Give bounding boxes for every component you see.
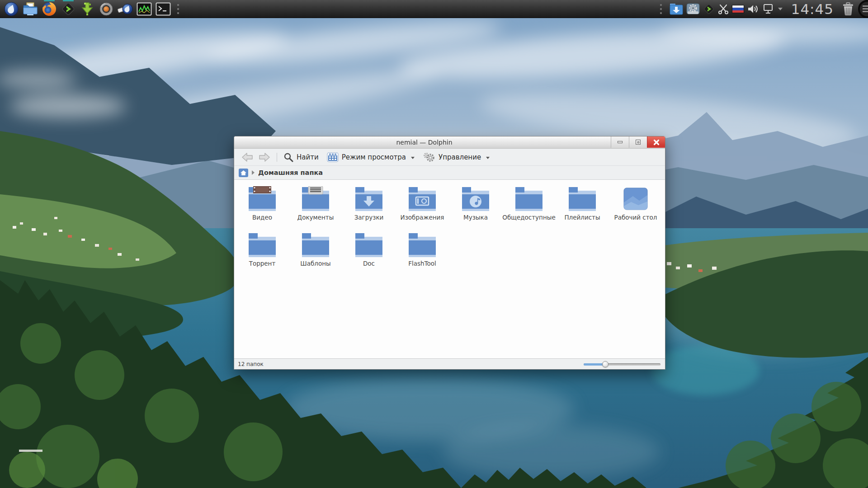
- folder-item[interactable]: Изображения: [396, 186, 449, 232]
- top-panel: 14:45: [0, 0, 868, 18]
- toolbar: Найти Режим просмотра Управление: [234, 149, 665, 166]
- folder-label: Изображения: [401, 214, 444, 221]
- control-dropdown-arrow: [486, 157, 490, 159]
- folder-view[interactable]: Видео: [234, 180, 665, 358]
- folder-item[interactable]: Рабочий стол: [609, 186, 662, 232]
- folder-item[interactable]: Торрент: [236, 232, 289, 278]
- folder-label: Doc: [363, 260, 375, 267]
- panel-menu-circle[interactable]: [858, 0, 868, 18]
- folder-icon: [408, 232, 437, 259]
- minimize-button[interactable]: [611, 136, 629, 148]
- volume-icon[interactable]: [747, 4, 759, 14]
- trash-icon[interactable]: [841, 2, 855, 16]
- folder-label: Плейлисты: [564, 214, 600, 221]
- window-controls: [611, 136, 665, 148]
- system-tray: 14:45: [656, 0, 868, 18]
- folder-item[interactable]: Doc: [342, 232, 396, 278]
- forward-arrow-icon: [259, 152, 270, 162]
- home-icon[interactable]: [239, 169, 248, 177]
- control-button[interactable]: Управление: [420, 150, 492, 164]
- folder-item[interactable]: Шаблоны: [289, 232, 342, 278]
- folder-label: Общедоступные: [502, 214, 555, 221]
- file-manager-icon[interactable]: [23, 1, 38, 17]
- folder-item[interactable]: Видео: [236, 186, 289, 232]
- folder-icon: [354, 186, 383, 213]
- folder-icon: [568, 186, 597, 213]
- play-diamond-icon[interactable]: [61, 1, 76, 17]
- folder-label: Видео: [252, 214, 272, 221]
- statusbar-text: 12 папок: [238, 361, 264, 367]
- folder-item[interactable]: Загрузки: [342, 186, 396, 232]
- folder-label: Загрузки: [354, 214, 384, 221]
- chromium-gray-icon[interactable]: [99, 1, 114, 17]
- minimize-icon: [618, 141, 623, 143]
- close-icon: [653, 139, 660, 145]
- close-button[interactable]: [647, 136, 665, 148]
- back-button[interactable]: [239, 150, 256, 164]
- folder-label: Музыка: [463, 214, 488, 221]
- control-label: Управление: [439, 153, 481, 161]
- folder-icon: [621, 186, 650, 213]
- software-update-icon[interactable]: [80, 1, 95, 17]
- active-task-indicator: [44, 0, 55, 1]
- green-arrow-tray-icon[interactable]: [703, 3, 715, 15]
- maximize-icon: [636, 140, 641, 145]
- dock: [19, 450, 42, 452]
- gears-icon: [423, 152, 435, 163]
- active-task-indicator: [63, 0, 74, 1]
- folder-label: Рабочий стол: [614, 214, 657, 221]
- folder-icon: [514, 186, 543, 213]
- keyboard-layout-flag-icon[interactable]: [732, 5, 744, 13]
- titlebar[interactable]: nemial — Dolphin: [234, 136, 665, 149]
- folder-label: Документы: [297, 214, 334, 221]
- display-connect-icon[interactable]: [762, 3, 774, 15]
- folder-icon: [301, 232, 330, 259]
- breadcrumb-arrow-icon: [252, 170, 255, 175]
- launcher-orb-icon[interactable]: [4, 1, 19, 17]
- removable-media-icon[interactable]: [118, 1, 133, 17]
- maximize-button[interactable]: [629, 136, 647, 148]
- folder-label: Торрент: [249, 260, 276, 267]
- window-title: nemial — Dolphin: [238, 136, 611, 148]
- folder-icon: [301, 186, 330, 213]
- folder-label: FlashTool: [408, 260, 436, 267]
- view-mode-label: Режим просмотра: [342, 153, 406, 161]
- find-label: Найти: [297, 153, 319, 161]
- folder-item[interactable]: Плейлисты: [556, 186, 609, 232]
- tray-handle[interactable]: [660, 4, 662, 14]
- dolphin-window: nemial — Dolphin: [234, 136, 665, 370]
- system-settings-tray-icon[interactable]: [686, 3, 700, 15]
- terminal-icon[interactable]: [156, 1, 171, 17]
- zoom-slider-handle[interactable]: [602, 361, 609, 367]
- view-mode-icon: [327, 152, 339, 162]
- find-button[interactable]: Найти: [281, 150, 321, 164]
- statusbar: 12 папок: [234, 358, 665, 369]
- clipboard-scissors-icon[interactable]: [718, 4, 729, 14]
- view-mode-button[interactable]: Режим просмотра: [324, 150, 417, 164]
- folder-icon: [248, 186, 277, 213]
- panel-clock[interactable]: 14:45: [791, 0, 834, 18]
- folder-icon: [461, 186, 490, 213]
- folder-item[interactable]: Документы: [289, 186, 342, 232]
- folder-icon: [248, 232, 277, 259]
- toolbar-separator: [277, 153, 277, 162]
- folder-item[interactable]: Общедоступные: [502, 186, 556, 232]
- folder-icon: [354, 232, 383, 259]
- breadcrumb-location[interactable]: Домашняя папка: [258, 169, 323, 176]
- folder-item[interactable]: FlashTool: [396, 232, 449, 278]
- tray-expander-arrow[interactable]: [778, 8, 783, 10]
- system-monitor-icon[interactable]: [137, 1, 152, 17]
- back-arrow-icon: [241, 152, 253, 162]
- folder-icon: [408, 186, 437, 213]
- folder-download-tray-icon[interactable]: [670, 3, 683, 15]
- view-mode-dropdown-arrow: [411, 157, 415, 159]
- breadcrumb-bar: Домашняя папка: [234, 166, 665, 180]
- panel-handle[interactable]: [177, 4, 179, 14]
- folder-item[interactable]: Музыка: [449, 186, 502, 232]
- zoom-slider[interactable]: [584, 361, 660, 367]
- search-icon: [283, 152, 293, 162]
- folder-label: Шаблоны: [300, 260, 330, 267]
- firefox-icon[interactable]: [42, 1, 57, 17]
- forward-button[interactable]: [256, 150, 273, 164]
